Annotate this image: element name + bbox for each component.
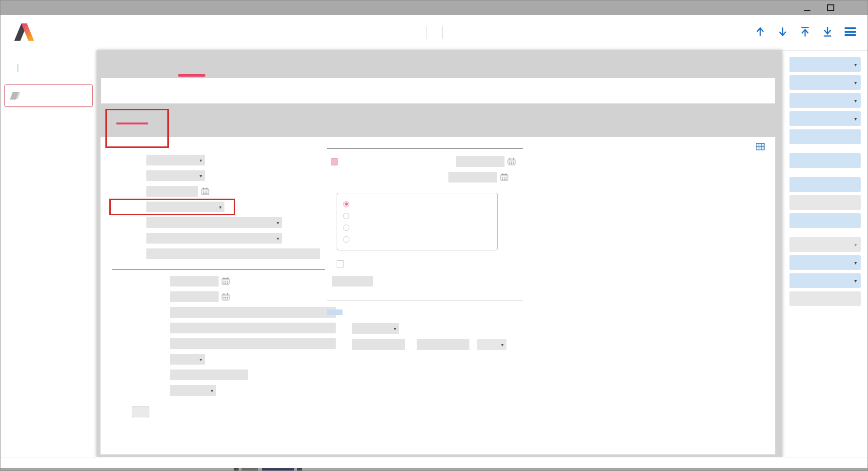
tab-seznam[interactable] (158, 50, 171, 76)
ucet-select[interactable] (146, 233, 282, 244)
reference-input[interactable] (170, 338, 336, 349)
datum-zauctovani-row (112, 276, 342, 287)
obdobi-select[interactable] (146, 170, 205, 181)
kontace-select[interactable] (146, 202, 224, 212)
datum-plneni-input[interactable] (456, 156, 505, 167)
tab-x-vazby[interactable] (295, 50, 307, 76)
opravit-button[interactable] (789, 93, 861, 108)
ucet-row (112, 233, 342, 244)
autom-vzkazy-button[interactable] (789, 255, 861, 270)
vymazat-button[interactable] (789, 129, 861, 144)
kurz-value2-input[interactable] (417, 339, 469, 350)
najit-button[interactable] (789, 177, 861, 192)
rada-row (112, 155, 342, 165)
popis-input[interactable] (146, 248, 320, 259)
variabilni-symbol-input[interactable] (170, 323, 336, 333)
arrow-to-top-icon (799, 25, 811, 38)
typ-obchodu-row (327, 309, 537, 315)
konstantni-symbol-select[interactable] (170, 354, 205, 365)
preference-input[interactable] (332, 276, 373, 287)
zpusob-uhrady-row (112, 385, 342, 396)
import-button[interactable] (789, 237, 861, 252)
obcerstvit-button[interactable] (789, 153, 861, 168)
firma-select[interactable] (146, 217, 282, 228)
dph-checkbox[interactable] (331, 158, 338, 165)
datum-splatnosti-input[interactable] (170, 291, 219, 302)
zjednoduseny-checkbox[interactable] (337, 260, 344, 267)
tab-omezeni[interactable] (131, 50, 143, 76)
calendar-icon[interactable] (500, 173, 508, 181)
arrow-to-bottom-icon (821, 25, 834, 38)
datum-zauctovani-input[interactable] (170, 276, 219, 287)
detail-sub-tab-bar (101, 107, 775, 137)
sidebar-item-faktury-prijate[interactable] (4, 84, 93, 107)
taskbar-fragment (234, 468, 239, 471)
novy-button[interactable] (789, 75, 861, 90)
mena-select[interactable] (352, 323, 399, 334)
go-to-rows-button[interactable] (132, 407, 149, 417)
datum-input[interactable] (146, 186, 198, 197)
tab-prilohy[interactable] (322, 50, 335, 76)
zahranici-heading (327, 298, 523, 301)
tab-platby[interactable] (240, 50, 253, 76)
calendar-icon[interactable] (222, 277, 230, 285)
zpusob-zadani-option-3[interactable] (343, 222, 491, 233)
kurz-rate-select[interactable] (477, 339, 506, 350)
close-button[interactable] (849, 3, 859, 13)
active-tab-indicator (178, 74, 205, 77)
datum-splatnosti-row (112, 291, 342, 302)
record-navigation (753, 25, 857, 39)
subtab-rucni-parovani[interactable] (292, 107, 336, 137)
oprava-radku-button[interactable] (789, 291, 861, 306)
subtab-ucely-vydaje[interactable] (413, 107, 457, 137)
tab-zauctovani[interactable] (213, 50, 225, 76)
tisk-export-button[interactable] (789, 57, 861, 72)
maximize-button[interactable] (826, 3, 835, 13)
zkopirovat-button[interactable] (789, 111, 861, 126)
specificky-symbol-input[interactable] (170, 369, 248, 380)
radio-icon (343, 236, 349, 243)
zpusob-zadani-option-2[interactable] (343, 210, 491, 222)
najit-doklad-button[interactable] (789, 213, 861, 228)
datum-odpoctu-input[interactable] (448, 172, 497, 183)
grid-edit-icon[interactable] (756, 143, 765, 150)
zpusob-zadani-fieldset (337, 193, 498, 250)
dph-row (327, 156, 537, 167)
calendar-icon[interactable] (507, 158, 516, 165)
najit-dalsi-button[interactable] (789, 195, 861, 210)
subtab-schvalovani-vydaju[interactable] (352, 107, 396, 137)
variabilni-symbol-row (112, 323, 342, 333)
reference-row (112, 338, 342, 349)
subtab-hlavicka[interactable] (110, 107, 154, 137)
rada-select[interactable] (146, 155, 205, 165)
move-last-button[interactable] (821, 25, 834, 39)
minimize-button[interactable] (802, 3, 812, 13)
externi-cislo-row (112, 307, 342, 318)
calendar-icon[interactable] (222, 293, 230, 301)
zpusob-zadani-option-1[interactable] (343, 198, 491, 210)
toolbar-divider: | (17, 62, 19, 73)
konstantni-symbol-row (112, 354, 342, 365)
move-down-button[interactable] (776, 25, 789, 39)
tab-ochrana-dat[interactable] (267, 50, 280, 76)
preference-row (327, 276, 537, 287)
aktivity-button[interactable] (789, 273, 861, 288)
main-menu-button[interactable] (843, 25, 857, 39)
kurz-value1-input[interactable] (352, 339, 405, 350)
zpusob-uhrady-select[interactable] (170, 385, 216, 396)
tab-detail[interactable] (185, 50, 198, 76)
arrow-down-icon (776, 25, 789, 38)
move-first-button[interactable] (798, 25, 812, 39)
typ-obchodu-tab[interactable] (327, 309, 343, 315)
specificky-symbol-row (112, 369, 342, 380)
hlavicka-form (101, 137, 775, 454)
externi-cislo-input[interactable] (170, 307, 336, 318)
subtab-zalohy[interactable] (473, 107, 517, 137)
calendar-icon[interactable] (201, 187, 209, 195)
tab-zaciname[interactable] (103, 50, 116, 76)
move-up-button[interactable] (753, 25, 767, 39)
main-tab-bar (97, 50, 782, 76)
subtab-obsah[interactable] (231, 107, 275, 137)
zpusob-zadani-option-4[interactable] (343, 233, 491, 245)
subtab-firma[interactable] (171, 107, 215, 137)
